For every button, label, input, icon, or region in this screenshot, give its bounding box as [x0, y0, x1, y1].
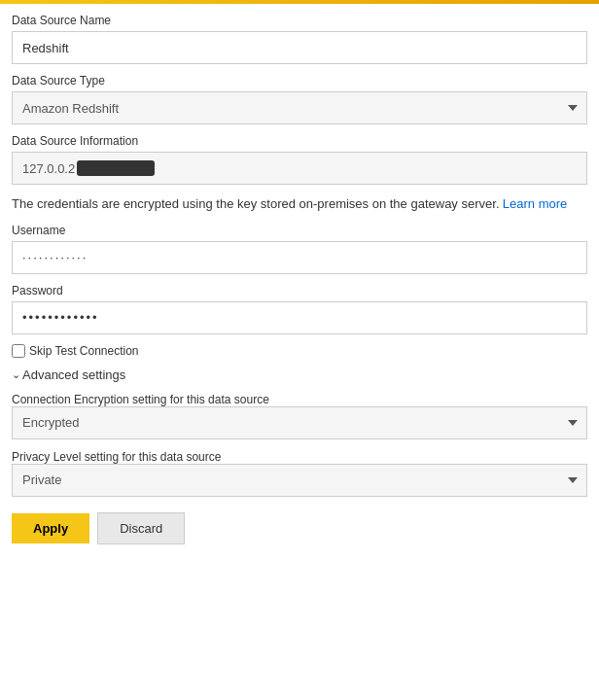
data-source-name-input[interactable]	[12, 31, 587, 64]
connection-encryption-select-wrapper: Encrypted Unencrypted Not Applicable	[12, 406, 587, 439]
data-source-type-label: Data Source Type	[12, 74, 587, 88]
data-source-info-group: Data Source Information 127.0.0.2	[12, 134, 587, 185]
discard-button[interactable]: Discard	[97, 512, 185, 544]
data-source-name-label: Data Source Name	[12, 14, 587, 27]
data-source-info-field: 127.0.0.2	[12, 152, 587, 185]
skip-test-connection-group: Skip Test Connection	[12, 344, 587, 358]
advanced-settings-label: Advanced settings	[22, 368, 125, 382]
redacted-info	[77, 160, 155, 176]
learn-more-link[interactable]: Learn more	[503, 196, 567, 211]
connection-encryption-label: Connection Encryption setting for this d…	[12, 393, 269, 406]
privacy-level-label: Privacy Level setting for this data sour…	[12, 450, 221, 464]
password-label: Password	[12, 284, 587, 298]
data-source-type-group: Data Source Type Amazon Redshift SQL Ser…	[12, 74, 587, 124]
data-source-info-label: Data Source Information	[12, 134, 587, 148]
skip-test-connection-checkbox[interactable]	[12, 344, 25, 358]
data-source-type-select-wrapper: Amazon Redshift SQL Server Oracle MySQL …	[12, 91, 587, 124]
server-address-text: 127.0.0.2	[22, 161, 75, 176]
chevron-down-icon: ⌄	[12, 368, 20, 381]
data-source-name-group: Data Source Name	[12, 14, 587, 64]
credentials-note: The credentials are encrypted using the …	[12, 194, 587, 214]
privacy-level-select-wrapper: None Private Organizational Public	[12, 464, 587, 497]
connection-encryption-select[interactable]: Encrypted Unencrypted Not Applicable	[12, 406, 587, 439]
button-row: Apply Discard	[12, 512, 587, 544]
username-group: Username	[12, 224, 587, 274]
advanced-settings-toggle[interactable]: ⌄ Advanced settings	[12, 368, 587, 382]
data-source-type-select[interactable]: Amazon Redshift SQL Server Oracle MySQL …	[12, 91, 587, 124]
privacy-level-group: Privacy Level setting for this data sour…	[12, 449, 587, 497]
privacy-level-select[interactable]: None Private Organizational Public	[12, 464, 587, 497]
password-input[interactable]	[12, 301, 587, 334]
password-group: Password	[12, 284, 587, 334]
credentials-note-text: The credentials are encrypted using the …	[12, 196, 500, 211]
username-label: Username	[12, 224, 587, 237]
username-input[interactable]	[12, 241, 587, 274]
apply-button[interactable]: Apply	[12, 513, 89, 543]
form-container: Data Source Name Data Source Type Amazon…	[0, 4, 599, 560]
skip-test-connection-label[interactable]: Skip Test Connection	[29, 344, 139, 358]
connection-encryption-group: Connection Encryption setting for this d…	[12, 392, 587, 439]
